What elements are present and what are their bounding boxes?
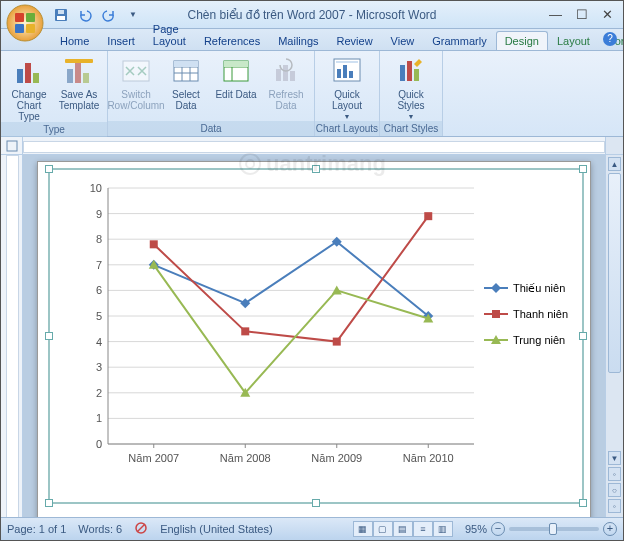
tab-insert[interactable]: Insert xyxy=(98,31,144,50)
proofing-icon[interactable] xyxy=(134,521,148,537)
vertical-scrollbar[interactable]: ▲ ▼ ◦ ○ ◦ xyxy=(605,155,623,519)
svg-rect-1 xyxy=(15,13,24,22)
tab-view[interactable]: View xyxy=(382,31,424,50)
svg-text:10: 10 xyxy=(90,182,102,194)
svg-rect-13 xyxy=(83,73,89,83)
svg-rect-36 xyxy=(414,69,419,81)
svg-text:Năm 2010: Năm 2010 xyxy=(403,452,454,464)
svg-rect-71 xyxy=(241,327,249,335)
legend-item: Thanh niên xyxy=(484,306,570,322)
prev-page-icon[interactable]: ◦ xyxy=(608,467,621,481)
zoom-in-button[interactable]: + xyxy=(603,522,617,536)
svg-rect-8 xyxy=(17,69,23,83)
group-chart-layouts-label: Chart Layouts xyxy=(315,121,379,136)
tab-mailings[interactable]: Mailings xyxy=(269,31,327,50)
tab-grammarly[interactable]: Grammarly xyxy=(423,31,495,50)
vertical-ruler[interactable] xyxy=(1,155,23,519)
group-data-label: Data xyxy=(108,121,314,136)
save-as-template-button[interactable]: Save As Template xyxy=(55,53,103,111)
save-icon[interactable] xyxy=(51,5,71,25)
maximize-button[interactable]: ☐ xyxy=(576,7,588,22)
svg-point-0 xyxy=(7,5,43,41)
chart-legend: Thiếu niênThanh niênTrung niên xyxy=(484,280,570,358)
svg-text:3: 3 xyxy=(96,361,102,373)
svg-text:4: 4 xyxy=(96,336,102,348)
svg-rect-33 xyxy=(336,61,358,63)
scroll-down-icon[interactable]: ▼ xyxy=(608,451,621,465)
svg-rect-21 xyxy=(174,61,198,67)
qat-customize-icon[interactable]: ▼ xyxy=(123,5,143,25)
svg-rect-10 xyxy=(33,73,39,83)
zoom-out-button[interactable]: − xyxy=(491,522,505,536)
svg-text:5: 5 xyxy=(96,310,102,322)
svg-rect-2 xyxy=(26,13,35,22)
svg-rect-3 xyxy=(15,24,24,33)
svg-line-79 xyxy=(137,524,145,532)
svg-rect-32 xyxy=(349,71,353,78)
horizontal-ruler[interactable] xyxy=(23,137,605,155)
status-words[interactable]: Words: 6 xyxy=(78,523,122,535)
undo-icon[interactable] xyxy=(75,5,95,25)
svg-rect-76 xyxy=(492,310,500,318)
svg-rect-31 xyxy=(343,65,347,78)
status-page[interactable]: Page: 1 of 1 xyxy=(7,523,66,535)
quick-layout-button[interactable]: Quick Layout ▼ xyxy=(319,53,375,121)
help-icon[interactable]: ? xyxy=(603,32,617,46)
view-web-button[interactable]: ▤ xyxy=(393,521,413,537)
svg-rect-37 xyxy=(7,141,17,151)
quick-styles-button[interactable]: Quick Styles ▼ xyxy=(384,53,438,121)
next-page-icon[interactable]: ◦ xyxy=(608,499,621,513)
chart-object[interactable]: 012345678910Năm 2007Năm 2008Năm 2009Năm … xyxy=(48,168,584,504)
chart-plot: 012345678910Năm 2007Năm 2008Năm 2009Năm … xyxy=(80,182,480,470)
edit-data-button[interactable]: Edit Data xyxy=(212,53,260,100)
page: 012345678910Năm 2007Năm 2008Năm 2009Năm … xyxy=(37,161,591,519)
document-area[interactable]: 012345678910Năm 2007Năm 2008Năm 2009Năm … xyxy=(23,155,605,519)
svg-rect-34 xyxy=(400,65,405,81)
ruler-toggle-button[interactable] xyxy=(1,137,23,155)
ruler-corner xyxy=(605,137,623,155)
change-chart-type-button[interactable]: Change Chart Type xyxy=(5,53,53,122)
chevron-down-icon: ▼ xyxy=(408,113,415,121)
svg-rect-30 xyxy=(337,69,341,78)
zoom-slider[interactable] xyxy=(509,527,599,531)
status-language[interactable]: English (United States) xyxy=(160,523,273,535)
svg-rect-73 xyxy=(424,212,432,220)
view-buttons: ▦ ▢ ▤ ≡ ▥ xyxy=(353,521,453,537)
office-button[interactable] xyxy=(5,3,45,43)
redo-icon[interactable] xyxy=(99,5,119,25)
close-button[interactable]: ✕ xyxy=(602,7,613,22)
svg-text:2: 2 xyxy=(96,387,102,399)
minimize-button[interactable]: — xyxy=(549,7,562,22)
chevron-down-icon: ▼ xyxy=(344,113,351,121)
view-outline-button[interactable]: ≡ xyxy=(413,521,433,537)
view-full-screen-button[interactable]: ▢ xyxy=(373,521,393,537)
svg-rect-12 xyxy=(75,63,81,83)
tab-review[interactable]: Review xyxy=(328,31,382,50)
tab-page-layout[interactable]: Page Layout xyxy=(144,19,195,50)
browse-object-icon[interactable]: ○ xyxy=(608,483,621,497)
select-data-button[interactable]: Select Data xyxy=(162,53,210,111)
svg-rect-26 xyxy=(276,69,281,81)
tab-references[interactable]: References xyxy=(195,31,269,50)
view-draft-button[interactable]: ▥ xyxy=(433,521,453,537)
group-type-label: Type xyxy=(1,122,107,137)
refresh-data-button: Refresh Data xyxy=(262,53,310,111)
zoom-level[interactable]: 95% xyxy=(465,523,487,535)
scrollbar-thumb[interactable] xyxy=(608,173,621,373)
scroll-up-icon[interactable]: ▲ xyxy=(608,157,621,171)
svg-text:7: 7 xyxy=(96,259,102,271)
svg-rect-14 xyxy=(65,59,93,63)
svg-text:6: 6 xyxy=(96,284,102,296)
view-print-layout-button[interactable]: ▦ xyxy=(353,521,373,537)
group-chart-styles-label: Chart Styles xyxy=(380,121,442,136)
svg-rect-72 xyxy=(333,338,341,346)
svg-rect-25 xyxy=(224,61,248,67)
svg-rect-6 xyxy=(57,16,65,20)
tab-design[interactable]: Design xyxy=(496,31,548,50)
svg-rect-70 xyxy=(150,240,158,248)
svg-rect-28 xyxy=(290,71,295,81)
tab-layout[interactable]: Layout xyxy=(548,31,599,50)
tab-home[interactable]: Home xyxy=(51,31,98,50)
legend-item: Trung niên xyxy=(484,332,570,348)
svg-text:0: 0 xyxy=(96,438,102,450)
